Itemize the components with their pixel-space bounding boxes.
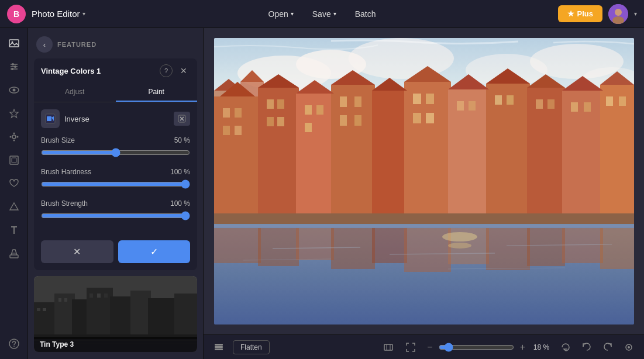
svg-rect-39 (130, 291, 151, 337)
sidebar-item-draw[interactable] (4, 243, 25, 264)
confirm-button[interactable]: ✓ (118, 240, 191, 263)
avatar-image (608, 4, 628, 24)
expand-icon[interactable] (402, 339, 419, 355)
sidebar-item-text[interactable] (4, 220, 25, 241)
canvas-inner[interactable] (204, 28, 644, 334)
zoom-value: 18 % (531, 343, 552, 351)
brush-strength-group: Brush Strength 100 % (41, 199, 190, 223)
svg-point-17 (9, 136, 11, 138)
zoom-slider[interactable] (439, 343, 514, 352)
effect-close-button[interactable]: ✕ (177, 64, 190, 77)
svg-point-16 (13, 140, 15, 141)
sidebar-item-image[interactable] (4, 33, 25, 54)
svg-rect-46 (89, 294, 93, 298)
canvas-area: Flatten − + (204, 28, 644, 359)
redo-icon[interactable] (600, 339, 616, 355)
app-name-chevron: ▾ (82, 11, 85, 17)
zoom-in-button[interactable]: + (518, 340, 528, 355)
sidebar-item-adjustments[interactable] (4, 56, 25, 77)
rotate-icon[interactable] (557, 339, 574, 355)
svg-rect-38 (110, 296, 133, 337)
svg-point-26 (9, 339, 19, 348)
shapes-icon (9, 202, 19, 212)
svg-rect-139 (215, 348, 223, 350)
svg-marker-13 (10, 109, 18, 118)
help-button[interactable] (4, 333, 25, 354)
svg-rect-41 (174, 294, 197, 337)
brush-strength-label: Brush Strength (41, 199, 88, 208)
avatar[interactable] (608, 4, 628, 24)
tab-adjust[interactable]: Adjust (34, 83, 116, 102)
svg-point-18 (16, 136, 18, 138)
brush-hardness-label: Brush Hardness (41, 168, 91, 176)
plus-star: ★ (567, 9, 574, 18)
svg-point-10 (11, 68, 13, 70)
sidebar-item-favorites[interactable] (4, 103, 25, 124)
svg-rect-29 (47, 116, 51, 121)
app-name-label: Photo Editor (32, 9, 80, 19)
svg-rect-19 (10, 156, 18, 164)
topbar-right: ★ Plus ▾ (558, 4, 637, 24)
flatten-button[interactable]: Flatten (233, 340, 270, 354)
svg-rect-3 (9, 40, 19, 47)
layers-icon[interactable] (211, 339, 227, 355)
effect-help-button[interactable]: ? (160, 64, 173, 77)
app-name-dropdown[interactable]: Photo Editor ▾ (32, 9, 85, 19)
sidebar-item-overlays[interactable] (4, 173, 25, 194)
tab-paint[interactable]: Paint (116, 83, 198, 102)
tin-type-thumbnail[interactable]: Tin Type 3 (34, 276, 197, 352)
fit-screen-icon[interactable] (380, 339, 397, 355)
svg-rect-34 (34, 302, 57, 337)
plus-button[interactable]: ★ Plus (558, 5, 602, 22)
svg-marker-21 (10, 203, 18, 210)
main-area: ‹ FEATURED Vintage Colors 1 ? ✕ Adjust P… (0, 28, 644, 359)
heart-icon (9, 178, 19, 189)
batch-button[interactable]: Batch (347, 6, 384, 22)
zoom-control: − + 18 % (425, 340, 552, 355)
thumbnail-label: Tin Type 3 (34, 337, 197, 352)
sidebar-item-shapes[interactable] (4, 196, 25, 218)
topbar-center-actions: Open ▾ Save ▾ Batch (260, 6, 384, 22)
photo-canvas (214, 38, 634, 325)
brush-size-slider[interactable] (41, 148, 190, 157)
svg-rect-47 (97, 294, 101, 298)
inverse-delete-button[interactable] (174, 112, 190, 126)
effect-card-header: Vintage Colors 1 ? ✕ (34, 58, 197, 83)
brush-hardness-slider[interactable] (41, 180, 190, 189)
svg-point-14 (12, 135, 16, 139)
sidebar-item-effects[interactable] (4, 126, 25, 147)
svg-rect-24 (10, 255, 18, 258)
open-button[interactable]: Open ▾ (260, 6, 302, 22)
brush-hardness-group: Brush Hardness 100 % (41, 168, 190, 191)
zoom-out-button[interactable]: − (425, 340, 435, 355)
svg-rect-140 (215, 346, 223, 348)
svg-rect-141 (215, 344, 223, 346)
cancel-button[interactable]: ✕ (41, 240, 113, 263)
panel-back-button[interactable]: ‹ (36, 36, 53, 53)
star-icon (9, 108, 19, 119)
brush-strength-slider[interactable] (41, 211, 190, 220)
svg-point-6 (12, 63, 14, 65)
effect-tabs: Adjust Paint (34, 83, 197, 102)
brush-hardness-value: 100 % (170, 168, 190, 176)
svg-point-146 (628, 346, 630, 348)
sliders-icon (9, 61, 19, 72)
sidebar-item-view[interactable] (4, 80, 25, 101)
settings-icon[interactable] (621, 339, 637, 355)
image-icon (9, 38, 19, 49)
svg-rect-138 (214, 38, 634, 325)
effect-name: Vintage Colors 1 (41, 67, 155, 75)
action-buttons: ✕ ✓ (41, 240, 190, 263)
undo-icon[interactable] (578, 339, 595, 355)
svg-rect-43 (43, 308, 46, 311)
svg-point-15 (13, 133, 15, 134)
sidebar-item-frames[interactable] (4, 150, 25, 171)
inverse-icon (41, 109, 60, 128)
brush-size-value: 50 % (174, 136, 190, 144)
svg-rect-48 (104, 294, 108, 298)
svg-rect-142 (384, 344, 392, 350)
avatar-chevron[interactable]: ▾ (634, 11, 637, 17)
bottom-right-actions (557, 339, 637, 355)
svg-point-12 (12, 89, 15, 92)
save-button[interactable]: Save ▾ (304, 6, 345, 22)
